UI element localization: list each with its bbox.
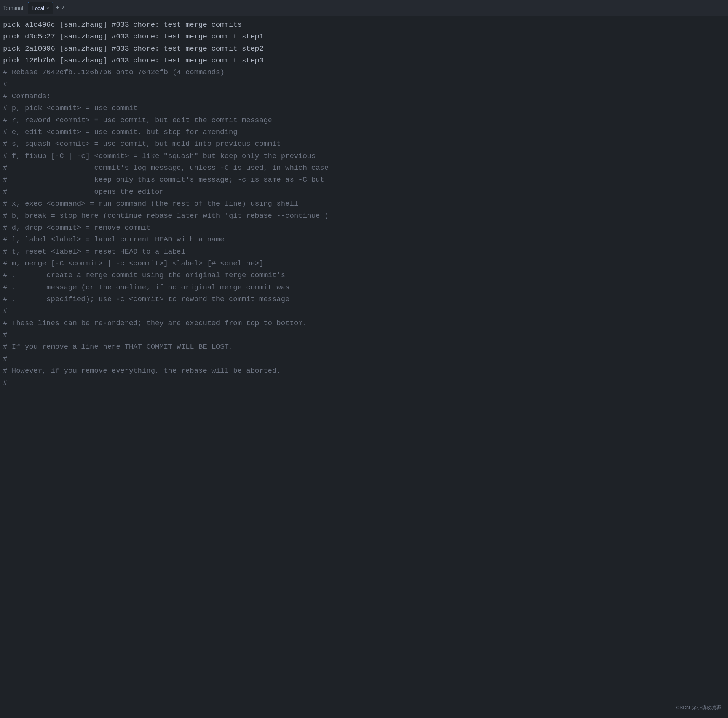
terminal-line: # d, drop <commit> = remove commit [3,222,722,234]
terminal-line: # r, reword <commit> = use commit, but e… [3,115,722,126]
terminal-window: Terminal: Local × + ∨ pick a1c496c [san.… [0,0,728,718]
terminal-line: # p, pick <commit> = use commit [3,102,722,114]
terminal-line: # [3,79,722,91]
terminal-line: # However, if you remove everything, the… [3,365,722,377]
terminal-line: # Rebase 7642cfb..126b7b6 onto 7642cfb (… [3,67,722,78]
terminal-line: pick 126b7b6 [san.zhang] #033 chore: tes… [3,55,722,67]
terminal-line: # f, fixup [-C | -c] <commit> = like "sq… [3,150,722,162]
terminal-line: # b, break = stop here (continue rebase … [3,210,722,222]
terminal-line: pick 2a10096 [san.zhang] #033 chore: tes… [3,43,722,55]
terminal-label: Terminal: [3,5,25,11]
tab-name: Local [32,5,44,11]
terminal-tab-local[interactable]: Local × [28,2,54,14]
terminal-content: pick a1c496c [san.zhang] #033 chore: tes… [0,16,728,718]
terminal-line: # [3,377,722,389]
terminal-line: # t, reset <label> = reset HEAD to a lab… [3,246,722,258]
terminal-line: # These lines can be re-ordered; they ar… [3,318,722,329]
terminal-line: # s, squash <commit> = use commit, but m… [3,138,722,150]
terminal-line: # [3,353,722,365]
terminal-line: # x, exec <command> = run command (the r… [3,198,722,210]
terminal-line: # e, edit <commit> = use commit, but sto… [3,126,722,138]
tab-close-icon[interactable]: × [46,6,49,10]
terminal-line: # l, label <label> = label current HEAD … [3,234,722,246]
terminal-line: pick d3c5c27 [san.zhang] #033 chore: tes… [3,31,722,43]
terminal-line: pick a1c496c [san.zhang] #033 chore: tes… [3,19,722,31]
terminal-line: # . message (or the oneline, if no origi… [3,282,722,294]
tab-bar: Terminal: Local × + ∨ [0,0,728,16]
terminal-line: # commit's log message, unless -C is use… [3,162,722,174]
tab-add-icon[interactable]: + [56,5,60,11]
terminal-line: # [3,329,722,341]
watermark: CSDN @小镇攻城狮 [676,704,721,711]
terminal-line: # . create a merge commit using the orig… [3,270,722,281]
tab-dropdown-icon[interactable]: ∨ [61,5,64,11]
terminal-line: # If you remove a line here THAT COMMIT … [3,341,722,353]
terminal-line: # m, merge [-C <commit> | -c <commit>] <… [3,258,722,270]
terminal-line: # . specified); use -c <commit> to rewor… [3,294,722,305]
terminal-line: # Commands: [3,91,722,102]
terminal-line: # keep only this commit's message; -c is… [3,174,722,186]
terminal-line: # [3,305,722,317]
terminal-line: # opens the editor [3,186,722,198]
